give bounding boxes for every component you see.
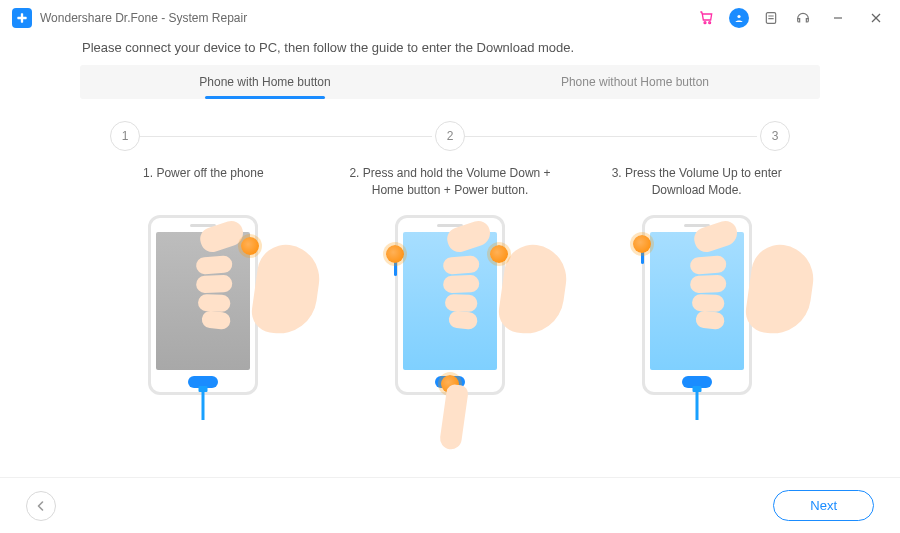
step-col-2: 2. Press and hold the Volume Down + Home… xyxy=(327,165,574,425)
step-label-1: 1. Power off the phone xyxy=(125,165,282,213)
svg-point-2 xyxy=(704,22,706,24)
account-icon[interactable] xyxy=(724,3,754,33)
tab-label: Phone without Home button xyxy=(561,75,709,89)
stepper-line xyxy=(140,136,435,137)
tab-bar: Phone with Home button Phone without Hom… xyxy=(80,65,820,99)
step-illustration-3 xyxy=(597,215,797,425)
stepper-line xyxy=(465,136,760,137)
steps: 1 2 3 1. Power off the phone xyxy=(80,121,820,425)
minimize-button[interactable] xyxy=(820,4,856,32)
svg-rect-1 xyxy=(17,17,26,19)
app-logo xyxy=(12,8,32,28)
arrow-left-icon xyxy=(35,500,47,512)
tab-label: Phone with Home button xyxy=(199,75,330,89)
touch-dot-icon xyxy=(490,245,508,263)
touch-dot-icon xyxy=(386,245,404,263)
step-columns: 1. Power off the phone 2. Press and hold… xyxy=(80,165,820,425)
usb-cable-icon xyxy=(695,392,698,420)
support-icon[interactable] xyxy=(788,3,818,33)
svg-point-4 xyxy=(737,15,740,18)
step-illustration-1 xyxy=(103,215,303,425)
main-content: Please connect your device to PC, then f… xyxy=(0,36,900,425)
step-illustration-2 xyxy=(350,215,550,425)
step-col-3: 3. Press the Volume Up to enter Download… xyxy=(573,165,820,425)
usb-cable-icon xyxy=(202,392,205,420)
step-col-1: 1. Power off the phone xyxy=(80,165,327,425)
next-button[interactable]: Next xyxy=(773,490,874,521)
finger-icon xyxy=(395,333,512,468)
hand-icon xyxy=(688,213,812,356)
hand-icon xyxy=(195,213,319,356)
instruction-text: Please connect your device to PC, then f… xyxy=(80,40,820,55)
footer: Next xyxy=(0,477,900,533)
close-button[interactable] xyxy=(858,4,894,32)
touch-dot-icon xyxy=(633,235,651,253)
svg-point-3 xyxy=(709,22,711,24)
cart-icon[interactable] xyxy=(692,3,722,33)
tab-with-home[interactable]: Phone with Home button xyxy=(80,65,450,99)
step-indicator-3: 3 xyxy=(760,121,790,151)
header-icons xyxy=(692,3,894,33)
stepper: 1 2 3 xyxy=(80,121,820,151)
app-title: Wondershare Dr.Fone - System Repair xyxy=(40,11,247,25)
step-indicator-1: 1 xyxy=(110,121,140,151)
titlebar: Wondershare Dr.Fone - System Repair xyxy=(0,0,900,36)
svg-rect-5 xyxy=(766,13,775,24)
step-label-3: 3. Press the Volume Up to enter Download… xyxy=(573,165,820,213)
step-label-2: 2. Press and hold the Volume Down + Home… xyxy=(327,165,574,213)
back-button[interactable] xyxy=(26,491,56,521)
step-indicator-2: 2 xyxy=(435,121,465,151)
tab-without-home[interactable]: Phone without Home button xyxy=(450,65,820,99)
feedback-icon[interactable] xyxy=(756,3,786,33)
